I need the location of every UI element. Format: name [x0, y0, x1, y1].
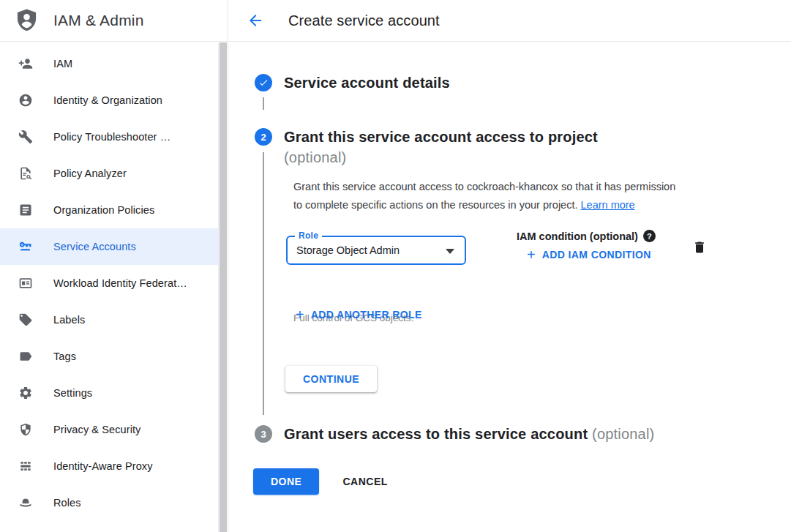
person-add-icon: [18, 56, 33, 71]
service-account-key-icon: [18, 239, 33, 254]
sidebar-item-labels[interactable]: Labels: [0, 301, 218, 338]
sidebar-item-workload-identity-federat[interactable]: Workload Identity Federat…: [0, 265, 218, 301]
sidebar-item-tags[interactable]: Tags: [0, 338, 218, 375]
sidebar-scrollbar-thumb[interactable]: [220, 42, 227, 532]
step2-row: 2 Grant this service account access to p…: [255, 127, 598, 168]
form-actions: DONE CANCEL: [253, 468, 397, 495]
sidebar-item-label: Privacy & Security: [53, 424, 140, 435]
sidebar-item-privacy-security[interactable]: Privacy & Security: [0, 411, 218, 448]
article-icon: [18, 203, 33, 217]
sidebar-item-label: Service Accounts: [53, 241, 136, 252]
sidebar-item-identity-organization[interactable]: Identity & Organization: [0, 82, 218, 119]
sidebar-scrollbar[interactable]: [218, 42, 227, 532]
plus-icon: +: [296, 309, 304, 321]
help-icon[interactable]: ?: [643, 230, 656, 242]
sidebar-item-label: Settings: [53, 387, 92, 399]
sidebar-item-roles[interactable]: Roles: [0, 484, 218, 521]
delete-role-trash-icon[interactable]: [692, 239, 707, 255]
step3-row: 3 Grant users access to this service acc…: [255, 425, 654, 443]
gear-icon: [18, 386, 33, 400]
product-title: IAM & Admin: [53, 12, 144, 29]
sidebar-item-identity-aware-proxy[interactable]: Identity-Aware Proxy: [0, 448, 218, 484]
plus-icon: +: [527, 249, 536, 261]
back-arrow-icon[interactable]: [247, 12, 264, 29]
dropdown-arrow-icon[interactable]: [446, 249, 454, 254]
sidebar: IAM & Admin IAMIdentity & OrganizationPo…: [0, 0, 228, 532]
sidebar-item-settings[interactable]: Settings: [0, 375, 218, 411]
page-header: Create service account: [229, 0, 791, 42]
stepper-content: Service account details 2 Grant this ser…: [229, 42, 791, 532]
step1-title[interactable]: Service account details: [284, 75, 450, 91]
step-connector: [263, 97, 264, 110]
half-shield-icon: [18, 422, 33, 437]
role-field-label: Role: [295, 231, 322, 241]
account-circle-icon: [18, 93, 33, 108]
step2-description: Grant this service account access to coc…: [293, 178, 675, 214]
description-line: to complete specific actions on the reso…: [293, 196, 675, 214]
sidebar-item-label: Roles: [53, 497, 81, 509]
main-panel: Create service account Service account d…: [229, 0, 791, 532]
sidebar-nav: IAMIdentity & OrganizationPolicy Trouble…: [0, 45, 218, 521]
wrench-icon: [18, 130, 33, 144]
description-line: Grant this service account access to coc…: [293, 178, 675, 196]
sidebar-item-label: Organization Policies: [53, 204, 154, 216]
hat-icon: [18, 495, 33, 510]
step2-number-badge: 2: [255, 128, 272, 146]
step1-row: Service account details: [255, 74, 450, 91]
iam-shield-logo-icon: [15, 8, 38, 33]
sidebar-item-label: Workload Identity Federat…: [53, 277, 187, 289]
role-selected-value: Storage Object Admin: [296, 244, 400, 256]
sidebar-item-organization-policies[interactable]: Organization Policies: [0, 192, 218, 228]
iam-condition-label: IAM condition (optional): [517, 231, 638, 242]
step-connector: [263, 152, 264, 415]
continue-button[interactable]: CONTINUE: [285, 366, 377, 392]
page-title: Create service account: [288, 12, 440, 29]
sidebar-item-label: Identity-Aware Proxy: [53, 460, 153, 472]
iam-condition-row: IAM condition (optional) ?: [517, 230, 656, 242]
tag-icon: [18, 312, 33, 327]
sidebar-header: IAM & Admin: [0, 0, 228, 42]
sidebar-item-label: Policy Troubleshooter …: [53, 131, 170, 143]
label-arrow-icon: [18, 349, 33, 364]
sidebar-item-policy-troubleshooter[interactable]: Policy Troubleshooter …: [0, 119, 218, 155]
cancel-button[interactable]: CANCEL: [334, 468, 396, 495]
step3-optional-label: (optional): [592, 426, 654, 442]
step1-complete-check-icon: [255, 74, 272, 91]
sidebar-item-label: Policy Analyzer: [53, 168, 127, 179]
add-another-role-button[interactable]: + ADD ANOTHER ROLE: [296, 309, 422, 321]
sidebar-item-label: IAM: [53, 58, 72, 70]
sidebar-item-label: Labels: [53, 314, 85, 326]
step2-title: Grant this service account access to pro…: [284, 127, 598, 147]
step3-number-badge: 3: [255, 425, 272, 443]
add-iam-condition-button[interactable]: + ADD IAM CONDITION: [527, 249, 651, 261]
learn-more-link[interactable]: Learn more: [581, 199, 635, 211]
sidebar-item-policy-analyzer[interactable]: Policy Analyzer: [0, 155, 218, 192]
sidebar-item-service-accounts[interactable]: Service Accounts: [0, 228, 218, 265]
iap-icon: [18, 459, 33, 473]
step2-optional-label: (optional): [284, 147, 598, 168]
sidebar-item-iam[interactable]: IAM: [0, 45, 218, 82]
card-icon: [18, 276, 33, 291]
role-select[interactable]: Role Storage Object Admin: [286, 236, 466, 265]
policy-analyzer-icon: [18, 166, 33, 181]
sidebar-item-label: Tags: [53, 351, 76, 362]
sidebar-item-label: Identity & Organization: [53, 94, 162, 106]
step3-title: Grant users access to this service accou…: [284, 426, 654, 443]
done-button[interactable]: DONE: [253, 468, 319, 495]
